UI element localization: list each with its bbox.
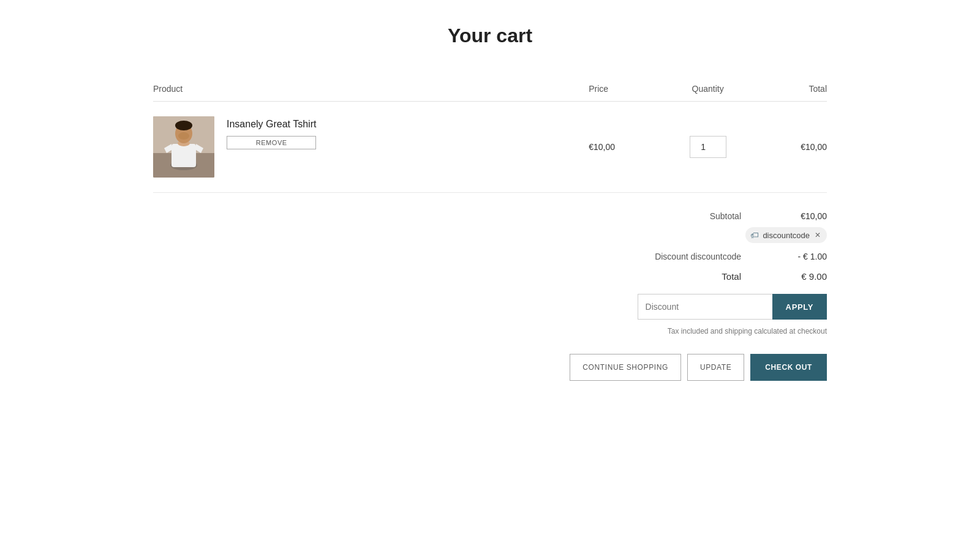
continue-shopping-button[interactable]: CONTINUE SHOPPING	[570, 354, 681, 381]
page-title: Your cart	[153, 24, 827, 47]
total-cell: €10,00	[757, 102, 827, 193]
discount-remove-button[interactable]: ✕	[815, 231, 821, 239]
product-cell: Insanely Great Tshirt REMOVE	[153, 102, 589, 193]
checkout-button[interactable]: CHECK OUT	[750, 354, 827, 381]
discount-badge-label: discountcode	[763, 231, 810, 240]
subtotal-value: €10,00	[778, 211, 827, 221]
discount-badge-container: 🏷 discountcode ✕	[594, 227, 827, 248]
discount-badge: 🏷 discountcode ✕	[745, 227, 827, 243]
header-price: Price	[589, 84, 658, 102]
header-product: Product	[153, 84, 589, 102]
product-info: Insanely Great Tshirt REMOVE	[227, 116, 316, 149]
total-label: Total	[722, 271, 741, 282]
update-button[interactable]: UPDATE	[687, 354, 744, 381]
tax-note: Tax included and shipping calculated at …	[668, 327, 827, 335]
subtotal-row: Subtotal €10,00	[594, 205, 827, 227]
remove-button[interactable]: REMOVE	[227, 136, 316, 149]
header-total: Total	[757, 84, 827, 102]
discount-value: - € 1.00	[778, 252, 827, 261]
page-container: Your cart Product Price Quantity Total	[141, 0, 839, 430]
summary-section: Subtotal €10,00 🏷 discountcode ✕ Discoun…	[153, 205, 827, 335]
price-cell: €10,00	[589, 102, 658, 193]
svg-point-10	[178, 132, 189, 140]
discount-input-row: APPLY	[638, 294, 827, 320]
tag-icon: 🏷	[750, 230, 759, 240]
quantity-cell	[659, 102, 757, 193]
discount-input[interactable]	[638, 294, 772, 320]
product-image	[153, 116, 214, 178]
subtotal-label: Subtotal	[710, 211, 741, 221]
product-cell-inner: Insanely Great Tshirt REMOVE	[153, 116, 589, 178]
discount-label: Discount discountcode	[655, 252, 741, 261]
table-row: Insanely Great Tshirt REMOVE €10,00 €10,…	[153, 102, 827, 193]
quantity-input[interactable]	[690, 136, 726, 158]
svg-point-9	[175, 121, 192, 130]
total-value: € 9.00	[778, 271, 827, 282]
svg-rect-4	[172, 144, 196, 167]
total-row: Total € 9.00	[594, 265, 827, 288]
cart-table: Product Price Quantity Total	[153, 84, 827, 193]
apply-button[interactable]: APPLY	[772, 294, 827, 320]
table-header-row: Product Price Quantity Total	[153, 84, 827, 102]
discount-row: Discount discountcode - € 1.00	[594, 248, 827, 265]
product-name: Insanely Great Tshirt	[227, 119, 316, 130]
header-quantity: Quantity	[659, 84, 757, 102]
action-buttons: CONTINUE SHOPPING UPDATE CHECK OUT	[153, 354, 827, 381]
